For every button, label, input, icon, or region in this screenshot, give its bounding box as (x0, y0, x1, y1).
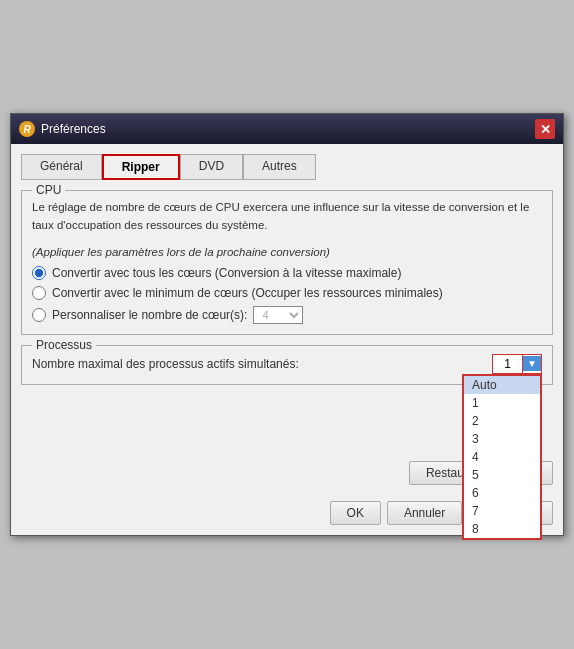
tab-autres[interactable]: Autres (243, 154, 316, 180)
radio-min-cores-input[interactable] (32, 286, 46, 300)
processus-section-title: Processus (32, 338, 96, 352)
cpu-section: CPU Le réglage de nombre de cœurs de CPU… (21, 190, 553, 335)
dropdown-item-4[interactable]: 4 (464, 448, 540, 466)
dropdown-item-5[interactable]: 5 (464, 466, 540, 484)
processus-section: Processus Nombre maximal des processus a… (21, 345, 553, 385)
close-button[interactable]: ✕ (535, 119, 555, 139)
cores-select[interactable]: 4 (253, 306, 303, 324)
processus-label: Nombre maximal des processus actifs simu… (32, 357, 299, 371)
radio-min-cores-label: Convertir avec le minimum de cœurs (Occu… (52, 286, 443, 300)
cancel-button[interactable]: Annuler (387, 501, 462, 525)
dropdown-item-7[interactable]: 7 (464, 502, 540, 520)
tab-ripper[interactable]: Ripper (102, 154, 180, 180)
radio-all-cores-label: Convertir avec tous les cœurs (Conversio… (52, 266, 401, 280)
tab-dvd[interactable]: DVD (180, 154, 243, 180)
processus-select-wrapper: 1 ▼ Auto 1 2 3 4 5 6 7 8 (492, 354, 542, 374)
dropdown-item-3[interactable]: 3 (464, 430, 540, 448)
cpu-description: Le réglage de nombre de cœurs de CPU exe… (32, 199, 542, 234)
preferences-window: R Préférences ✕ Général Ripper DVD Autre… (10, 113, 564, 536)
title-bar: R Préférences ✕ (11, 114, 563, 144)
dropdown-item-6[interactable]: 6 (464, 484, 540, 502)
dropdown-item-8[interactable]: 8 (464, 520, 540, 538)
radio-custom-cores-input[interactable] (32, 308, 46, 322)
processus-row: Nombre maximal des processus actifs simu… (32, 354, 542, 374)
processus-dropdown-arrow: ▼ (523, 356, 541, 371)
ok-button[interactable]: OK (330, 501, 381, 525)
radio-all-cores-input[interactable] (32, 266, 46, 280)
radio-all-cores: Convertir avec tous les cœurs (Conversio… (32, 266, 542, 280)
radio-custom-cores-label: Personnaliser le nombre de cœur(s): (52, 308, 247, 322)
title-bar-left: R Préférences (19, 121, 106, 137)
apply-note: (Appliquer les paramètres lors de la pro… (32, 246, 542, 258)
dropdown-item-auto[interactable]: Auto (464, 376, 540, 394)
tab-bar: Général Ripper DVD Autres (21, 154, 553, 180)
radio-min-cores: Convertir avec le minimum de cœurs (Occu… (32, 286, 542, 300)
dropdown-item-2[interactable]: 2 (464, 412, 540, 430)
cpu-section-title: CPU (32, 183, 65, 197)
app-icon: R (19, 121, 35, 137)
dropdown-item-1[interactable]: 1 (464, 394, 540, 412)
processus-select-button[interactable]: 1 ▼ (492, 354, 542, 374)
tab-general[interactable]: Général (21, 154, 102, 180)
window-title: Préférences (41, 122, 106, 136)
processus-dropdown-list: Auto 1 2 3 4 5 6 7 8 (462, 374, 542, 540)
processus-current-value: 1 (493, 355, 523, 373)
main-content: Général Ripper DVD Autres CPU Le réglage… (11, 144, 563, 535)
radio-group: Convertir avec tous les cœurs (Conversio… (32, 266, 542, 324)
radio-custom-cores: Personnaliser le nombre de cœur(s): 4 (32, 306, 542, 324)
